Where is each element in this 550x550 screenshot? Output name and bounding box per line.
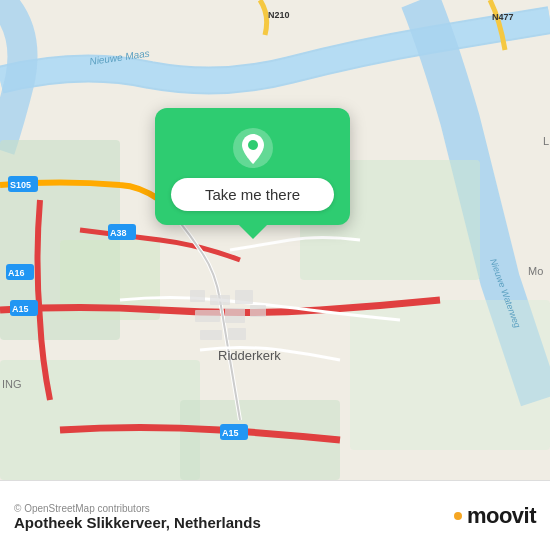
svg-text:A15: A15 [222,428,239,438]
copyright-text: © OpenStreetMap contributors [14,503,261,514]
moovit-logo: moovit [454,503,536,529]
footer: © OpenStreetMap contributors Apotheek Sl… [0,480,550,550]
svg-text:A38: A38 [110,228,127,238]
svg-rect-27 [235,290,253,304]
location-title: Apotheek Slikkerveer, Netherlands [14,514,261,531]
svg-rect-28 [195,310,220,322]
location-popup: Take me there [155,108,350,225]
svg-text:A15: A15 [12,304,29,314]
moovit-dot-icon [454,512,462,520]
take-me-there-button[interactable]: Take me there [171,178,334,211]
svg-rect-29 [225,308,245,323]
svg-text:L: L [543,135,549,147]
svg-rect-25 [190,290,205,302]
svg-text:ING: ING [2,378,22,390]
moovit-brand-text: moovit [467,503,536,529]
svg-rect-31 [200,330,222,340]
svg-text:N210: N210 [268,10,290,20]
footer-info: © OpenStreetMap contributors Apotheek Sl… [14,501,261,531]
svg-text:Mo: Mo [528,265,543,277]
svg-rect-30 [250,305,266,317]
svg-text:S105: S105 [10,180,31,190]
svg-text:N477: N477 [492,12,514,22]
svg-rect-32 [228,328,246,340]
svg-text:Ridderkerk: Ridderkerk [218,348,281,363]
svg-rect-4 [0,360,200,480]
location-pin-icon [231,126,275,170]
svg-point-34 [248,140,258,150]
svg-rect-26 [210,295,230,305]
svg-text:A16: A16 [8,268,25,278]
map-view: N210 N477 S105 A38 A16 A15 A15 Ridder [0,0,550,480]
